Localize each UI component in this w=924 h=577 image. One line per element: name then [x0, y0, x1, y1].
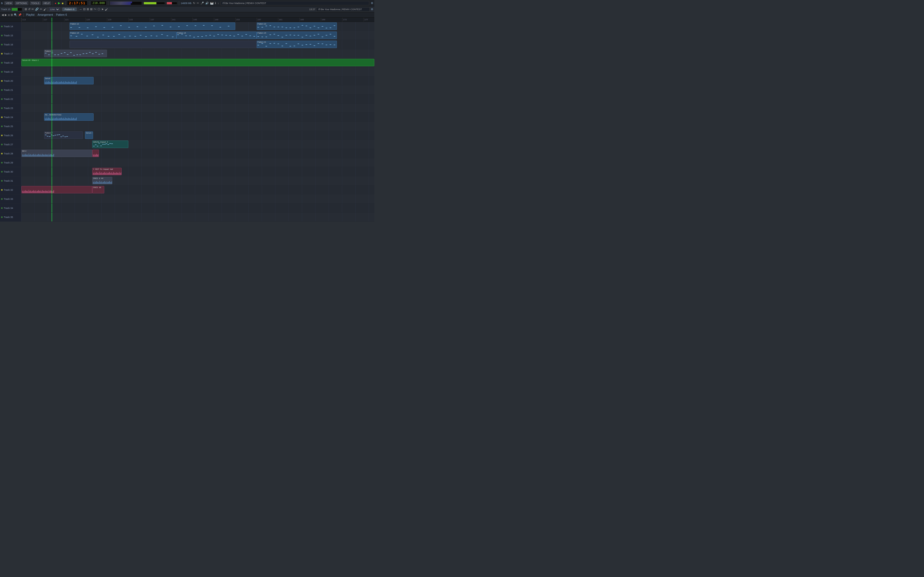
mic-icon[interactable]: 🎤 [200, 2, 204, 5]
track-label-31[interactable]: Track 31 [0, 176, 21, 185]
info-icon[interactable]: ℹ [215, 2, 216, 5]
pattern-block-26-0[interactable]: Pattern 7 [44, 131, 83, 139]
breadcrumb-pattern[interactable]: Pattern 6 [56, 13, 67, 16]
track-content-16[interactable]: Pattern 21 [21, 40, 374, 49]
track-label-32[interactable]: Track 32 [0, 185, 21, 194]
split-icon[interactable]: ⊠ [90, 8, 92, 11]
timeline-numbers[interactable]: 1131171211251291331371411451491531571611… [21, 18, 374, 22]
paint-icon[interactable]: 🖌 [43, 8, 46, 11]
volume-knob-area[interactable] [11, 8, 22, 11]
track-label-24[interactable]: Track 24 [0, 113, 21, 121]
track-content-32[interactable]: SND1_bb [21, 185, 374, 194]
merge-icon[interactable]: ⊞ [87, 8, 89, 11]
wave-icon[interactable]: 〜 [94, 7, 97, 11]
track-content-30[interactable]: Y_RDT_Fx_Impact_hall [21, 167, 374, 176]
home-icon[interactable]: ⊞ [11, 13, 13, 16]
pattern-block-28-0[interactable]: BD 2 [21, 150, 92, 157]
pattern-block-14-1[interactable]: Pattern 10 [257, 23, 337, 30]
snap-icon[interactable]: ⊞ [24, 8, 27, 11]
pin-icon[interactable]: 📌 [18, 13, 21, 16]
track-content-22[interactable] [21, 95, 374, 103]
cursor-icon[interactable]: ➤ [101, 8, 104, 11]
pattern-block-15-0[interactable]: Pattern 15 [69, 32, 176, 39]
pattern-block-32-1[interactable] [21, 186, 92, 193]
scissors2-icon[interactable]: ✂ [40, 8, 42, 11]
pattern-block-17-0[interactable]: Pattern 6 [44, 50, 107, 57]
track-content-21[interactable] [21, 85, 374, 94]
track-label-28[interactable]: Track 28 [0, 149, 21, 158]
track-label-20[interactable]: Track 20 [0, 76, 21, 85]
track-label-21[interactable]: Track 21 [0, 85, 21, 94]
track-content-15[interactable]: Pattern 15Pattern 15Pattern 15 [21, 31, 374, 40]
pattern-block-28-1[interactable] [92, 150, 99, 157]
track-content-27[interactable]: WAV01_Impact_3 [21, 140, 374, 149]
track-label-30[interactable]: Track 30 [0, 167, 21, 176]
track-label-19[interactable]: Track 19 [0, 67, 21, 76]
arrow-icon[interactable]: ↔ [79, 8, 82, 11]
track-content-31[interactable]: SND1_b_44 [21, 176, 374, 185]
pattern-block-15-1[interactable]: Pattern 15 [176, 32, 257, 39]
track-content-29[interactable] [21, 158, 374, 167]
track-content-34[interactable] [21, 203, 374, 212]
refresh-icon[interactable]: ↻ [193, 2, 195, 5]
paint2-icon[interactable]: 🖌 [105, 8, 108, 11]
menu-tools[interactable]: TOOLS [30, 2, 40, 5]
link-icon[interactable]: 🔗 [35, 8, 39, 11]
track-label-15[interactable]: Track 15 [0, 31, 21, 40]
track-content-19[interactable] [21, 67, 374, 76]
track-label-34[interactable]: Track 34 [0, 203, 21, 212]
track-label-35[interactable]: Track 35 [0, 213, 21, 221]
pattern-block-31-0[interactable]: SND1_b_44 [92, 177, 112, 184]
breadcrumb-arrangement[interactable]: Arrangement [37, 13, 53, 16]
track-content-26[interactable]: Pattern 7Serum #1 [21, 131, 374, 140]
piano-icon[interactable]: 🎹 [210, 2, 213, 5]
record-btn[interactable]: ● [55, 2, 57, 5]
pattern-block-14-0[interactable]: Pattern 10 [69, 23, 235, 30]
pattern-btn[interactable]: Pattern 6 [62, 8, 77, 11]
track-content-18[interactable]: Serum #6 - Macro 1 [21, 58, 374, 67]
pattern-block-30-0[interactable]: Y_RDT_Fx_Impact_hall [92, 168, 122, 175]
track-content-25[interactable] [21, 122, 374, 131]
track-content-35[interactable] [21, 213, 374, 221]
track-label-14[interactable]: Track 14 [0, 22, 21, 31]
track-label-27[interactable]: Track 27 [0, 140, 21, 149]
loop-icon[interactable]: ↺ [28, 8, 31, 11]
pattern-block-15-2[interactable]: Pattern 15 [257, 32, 337, 39]
menu-options[interactable]: OPTIONS [15, 2, 28, 5]
track-label-17[interactable]: Track 17 [0, 49, 21, 58]
line-select[interactable]: Line [48, 7, 60, 11]
track-content-33[interactable] [21, 195, 374, 203]
track-content-17[interactable]: Pattern 6 [21, 49, 374, 58]
pattern-block-18-serum[interactable]: Serum #6 - Macro 1 [21, 59, 374, 66]
pattern-block-27-0[interactable]: WAV01_Impact_3 [92, 140, 128, 148]
back-icon[interactable]: ◀ [2, 13, 4, 16]
track-label-23[interactable]: Track 23 [0, 104, 21, 113]
speaker-icon[interactable]: 🔊 [205, 2, 208, 5]
track-content-24[interactable]: Ad... Addictive Keys [21, 113, 374, 121]
track-content-28[interactable]: BD 2 [21, 149, 374, 158]
pattern-block-32-0[interactable]: SND1_bb [92, 186, 104, 193]
zoom-icon[interactable]: 🔍 [14, 13, 17, 16]
select-icon[interactable]: ⬡ [98, 8, 100, 11]
breadcrumb-playlist[interactable]: Playlist [26, 13, 34, 16]
menu-help[interactable]: HELP [42, 2, 51, 5]
track-content-23[interactable] [21, 104, 374, 113]
track-label-26[interactable]: Track 26 [0, 131, 21, 140]
grid-icon[interactable]: ⊟ [83, 8, 86, 11]
track-content-20[interactable]: Serum [21, 76, 374, 85]
download-icon[interactable]: ↓ [218, 2, 219, 5]
stop-btn[interactable]: ■ [62, 2, 64, 5]
play-btn[interactable]: ▶ [58, 2, 60, 5]
pencil-icon[interactable]: ✏ [32, 8, 34, 11]
pattern-block-16-1[interactable]: Pattern 21 [257, 40, 337, 48]
pattern-block-26-1[interactable]: Serum #1 [85, 131, 93, 139]
track-label-33[interactable]: Track 33 [0, 195, 21, 203]
track-label-25[interactable]: Track 25 [0, 122, 21, 131]
track-label-22[interactable]: Track 22 [0, 95, 21, 103]
settings-icon[interactable]: ⚙ [371, 8, 373, 11]
track-label-16[interactable]: Track 16 [0, 40, 21, 49]
scissors-icon[interactable]: ✂ [197, 2, 199, 5]
menu-view[interactable]: VIEW [4, 2, 13, 5]
window-controls[interactable]: ⚙ [371, 2, 373, 5]
track-label-18[interactable]: Track 18 [0, 58, 21, 67]
